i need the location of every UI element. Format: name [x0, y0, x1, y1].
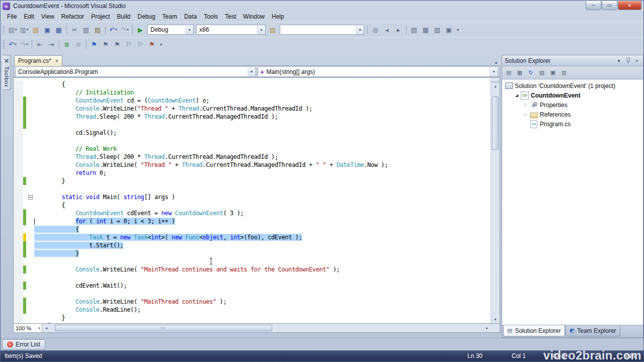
expander-closed-icon[interactable]: ▷ — [522, 112, 529, 117]
navigate-forward-icon[interactable]: ▸ — [393, 25, 404, 35]
menu-project[interactable]: Project — [88, 12, 113, 21]
code-line[interactable]: Thread.Sleep( 200 * Thread.CurrentThread… — [14, 113, 491, 121]
code-line[interactable]: CountdownEvent cd = (CountdownEvent) o; — [14, 97, 491, 105]
view-designer-icon[interactable]: ▣ — [548, 68, 558, 77]
code-line[interactable]: cd.Signal(); — [14, 129, 491, 137]
menu-file[interactable]: File — [4, 12, 20, 21]
code-line[interactable] — [14, 257, 491, 265]
toolbar-options-icon[interactable]: ▾ — [158, 42, 164, 47]
breakpoint-margin[interactable] — [14, 153, 23, 161]
navigate-backward-icon[interactable]: ↶▾ — [7, 39, 18, 49]
active-files-dropdown-icon[interactable]: ▾ — [495, 61, 500, 65]
code-line[interactable] — [14, 274, 491, 282]
splitter-handle[interactable] — [491, 78, 500, 82]
breakpoint-margin[interactable] — [14, 113, 23, 121]
code-line[interactable] — [14, 185, 491, 193]
toolbar-options-icon[interactable]: ▾ — [455, 28, 461, 32]
code-line[interactable]: Console.ReadLine(); — [14, 306, 491, 314]
members-dropdown[interactable]: ◆ Main(string[] args) ▾ — [258, 66, 499, 77]
tab-close-icon[interactable]: × — [55, 58, 58, 64]
toolbox-tab[interactable]: Toolbox — [3, 55, 11, 90]
view-code-icon[interactable]: ▧ — [537, 68, 547, 77]
menu-debug[interactable]: Debug — [134, 12, 158, 21]
previous-bookmark-folder-icon[interactable]: ⚐ — [123, 39, 134, 49]
breakpoint-margin[interactable] — [14, 233, 23, 241]
comment-selection-icon[interactable]: ≣ — [61, 39, 72, 49]
code-line[interactable]: Task t = new Task<int>( new Func<object,… — [14, 233, 491, 241]
zoom-combo[interactable]: 100 % ▾ — [14, 324, 42, 332]
horizontal-scroll-thumb[interactable] — [55, 325, 272, 331]
chevron-down-icon[interactable]: ▾ — [257, 25, 265, 34]
menu-data[interactable]: Data — [181, 12, 200, 21]
tree-item-properties[interactable]: ▷Properties — [502, 100, 643, 110]
menu-tools[interactable]: Tools — [200, 12, 221, 21]
increase-indent-icon[interactable]: ⇥ — [46, 39, 57, 49]
code-line[interactable]: Console.WriteLine( "MainThread continues… — [14, 298, 491, 306]
add-item-icon[interactable]: ▥▾ — [19, 25, 30, 35]
menu-build[interactable]: Build — [114, 12, 134, 21]
breakpoint-margin[interactable] — [14, 314, 23, 322]
tree-item-program-cs[interactable]: Program.cs — [502, 119, 643, 129]
breakpoint-margin[interactable] — [14, 105, 23, 113]
code-line[interactable]: cdEvent.Wait(); — [14, 282, 491, 290]
expander-closed-icon[interactable]: ▷ — [522, 103, 529, 107]
chevron-down-icon[interactable]: ▾ — [185, 25, 193, 34]
code-line[interactable]: { — [14, 80, 491, 88]
start-debugging-icon[interactable]: ▶ — [135, 25, 146, 35]
minimize-button[interactable]: ─ — [586, 1, 601, 10]
breakpoint-margin[interactable] — [14, 97, 23, 105]
solution-explorer-header[interactable]: Solution Explorer ▾ × — [502, 55, 643, 66]
view-class-diagram-icon[interactable]: ▥ — [559, 68, 569, 77]
code-line[interactable]: return 0; — [14, 169, 491, 177]
code-line[interactable]: Console.WriteLine("Thread " + Thread.Cur… — [14, 105, 491, 113]
solution-platforms-combo[interactable]: x86▾ — [196, 25, 266, 35]
breakpoint-margin[interactable] — [14, 265, 23, 274]
breakpoint-margin[interactable] — [14, 201, 23, 209]
scroll-up-icon[interactable]: ▴ — [491, 82, 500, 90]
breakpoint-margin[interactable] — [14, 177, 23, 185]
solution-explorer-icon[interactable]: ▤ — [409, 25, 420, 35]
menu-help[interactable]: Help — [268, 12, 288, 21]
solution-configurations-combo[interactable]: Debug▾ — [147, 25, 194, 35]
scroll-right-icon[interactable]: ▸ — [483, 324, 491, 332]
breakpoint-margin[interactable] — [14, 241, 23, 249]
code-line[interactable]: Console.WriteLine( "Thread " + Thread.Cu… — [14, 161, 491, 169]
horizontal-scroll-track[interactable] — [50, 324, 483, 332]
decrease-indent-icon[interactable]: ⇤ — [34, 39, 45, 49]
collapse-box-icon[interactable] — [28, 195, 33, 200]
find-combo[interactable]: ▾ — [280, 25, 364, 35]
close-button[interactable]: × — [618, 1, 641, 10]
clear-bookmarks-icon[interactable]: ⚑ — [146, 39, 157, 49]
breakpoint-margin[interactable] — [14, 274, 23, 282]
save-all-icon[interactable]: ▩ — [53, 25, 64, 35]
auto-hide-pin-icon[interactable] — [625, 58, 630, 63]
toggle-bookmark-icon[interactable]: ⚑ — [89, 39, 100, 49]
breakpoint-margin[interactable] — [14, 322, 23, 323]
breakpoint-margin[interactable] — [14, 225, 23, 233]
next-bookmark-icon[interactable]: ⚑ — [112, 39, 123, 49]
tree-item-solution[interactable]: Solution 'CountdownEvent' (1 project) — [502, 81, 643, 90]
breakpoint-margin[interactable] — [14, 282, 23, 290]
code-editor[interactable]: { // Initialization CountdownEvent cd = … — [13, 77, 500, 324]
menu-window[interactable]: Window — [239, 12, 268, 21]
close-panel-icon[interactable]: × — [633, 58, 640, 63]
breakpoint-margin[interactable] — [14, 80, 23, 88]
code-line[interactable]: static void Main( string[] args ) — [14, 193, 491, 201]
navigate-forward-icon[interactable]: ↷▾ — [19, 39, 30, 49]
breakpoint-margin[interactable] — [14, 121, 23, 129]
menu-refactor[interactable]: Refactor — [58, 12, 88, 21]
code-line[interactable]: Console.WriteLine( "MainThread continues… — [14, 265, 491, 274]
tree-item-references[interactable]: ▷References — [502, 110, 643, 119]
tree-item-project-countdownevent[interactable]: ◢CountdownEvent — [502, 90, 643, 100]
error-list-button[interactable]: × Error List — [2, 339, 45, 350]
chevron-down-icon[interactable]: ▾ — [490, 67, 498, 76]
code-line[interactable]: } — [14, 249, 491, 257]
tab-program-cs[interactable]: Program.cs* × — [14, 55, 62, 66]
vertical-scroll-track[interactable] — [491, 90, 500, 316]
previous-bookmark-icon[interactable]: ⚑ — [100, 39, 111, 49]
breakpoint-margin[interactable] — [14, 193, 23, 201]
tab-solution-explorer[interactable]: ▤Solution Explorer — [503, 325, 565, 336]
code-line[interactable]: // Initialization — [14, 88, 491, 97]
restore-button[interactable]: ▭ — [602, 1, 617, 10]
show-all-files-icon[interactable]: ▦ — [515, 68, 525, 77]
